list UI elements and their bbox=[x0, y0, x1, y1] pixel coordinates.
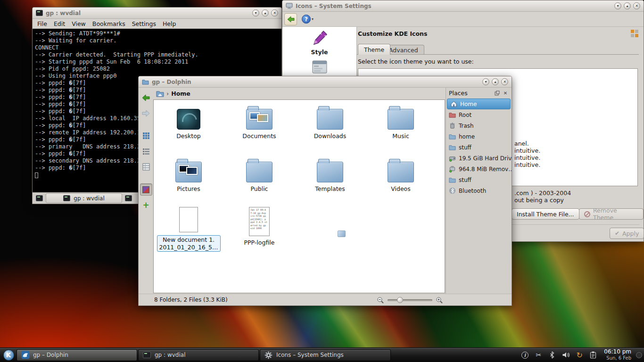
folder-item-public[interactable]: Public bbox=[233, 157, 286, 192]
zoom-in-button[interactable] bbox=[436, 294, 443, 306]
theme-description-fragment: .com ) - 2003-2004 bbox=[514, 189, 571, 197]
back-button[interactable] bbox=[140, 91, 152, 104]
dolphin-titlebar[interactable]: gp – Dolphin ▾ ▴ ✕ bbox=[139, 76, 512, 88]
menu-bookmarks[interactable]: Bookmarks bbox=[92, 20, 125, 27]
terminal-line: --> Waiting for carrier. bbox=[35, 37, 279, 44]
list-text-fragment: anel. bbox=[514, 140, 529, 147]
place-item-stuff-2[interactable]: stuff bbox=[446, 174, 512, 185]
photo-thumbnail bbox=[257, 114, 268, 122]
home-icon bbox=[450, 100, 457, 107]
folder-item-documents[interactable]: Documents bbox=[233, 104, 286, 140]
info-glyph: i bbox=[521, 352, 528, 359]
place-item-home-folder[interactable]: home bbox=[446, 131, 512, 142]
file-label-line: 2011_01_20_16_5… bbox=[159, 244, 218, 251]
minimize-button[interactable]: ▾ bbox=[252, 9, 259, 16]
folder-item-music[interactable]: Music bbox=[374, 104, 427, 140]
task-label: gp – Dolphin bbox=[33, 352, 68, 358]
info-icon[interactable]: i bbox=[520, 351, 529, 359]
menu-help[interactable]: Help bbox=[163, 20, 176, 27]
maximize-button[interactable]: ▴ bbox=[492, 78, 499, 85]
page-title: Customize KDE Icons bbox=[358, 30, 427, 37]
folder-item-downloads[interactable]: Downloads bbox=[304, 104, 356, 140]
sidebar-item-label: Style bbox=[311, 49, 328, 56]
panel-toolbox-icon[interactable] bbox=[636, 352, 642, 358]
clock[interactable]: 06:10 pm Sun, 6 Feb bbox=[602, 349, 633, 361]
place-item-removable[interactable]: 964.8 MiB Remov… bbox=[446, 164, 512, 174]
add-button[interactable]: + bbox=[140, 199, 152, 211]
folder-item-pictures[interactable]: Pictures bbox=[162, 157, 215, 192]
file-icon-view[interactable]: Desktop Documents Downloads bbox=[153, 99, 445, 293]
close-panel-icon[interactable]: ✕ bbox=[502, 90, 509, 97]
zoom-out-button[interactable] bbox=[377, 294, 384, 306]
place-item-bluetooth[interactable]: Bluetooth bbox=[446, 185, 512, 196]
places-panel-header[interactable]: Places ✕ bbox=[446, 88, 512, 99]
places-folder-icon[interactable] bbox=[156, 90, 164, 97]
folder-icon bbox=[388, 109, 414, 130]
place-item-trash[interactable]: Trash bbox=[446, 120, 512, 131]
settings-titlebar[interactable]: Icons – System Settings ▾ ▴ ✕ bbox=[282, 0, 644, 12]
details-view-button[interactable] bbox=[140, 161, 152, 173]
klipper-scissors-icon[interactable]: ✂ bbox=[534, 351, 543, 359]
close-button[interactable]: ✕ bbox=[271, 9, 278, 16]
icons-view-button[interactable] bbox=[140, 130, 152, 142]
bluetooth-icon[interactable] bbox=[548, 351, 556, 359]
apply-button[interactable]: ✔ Apply bbox=[610, 228, 644, 239]
folder-item-videos[interactable]: Videos bbox=[374, 157, 427, 192]
menu-file[interactable]: File bbox=[37, 20, 47, 27]
app-launcher-button[interactable]: K bbox=[1, 349, 16, 362]
list-text-fragment: intuitive. bbox=[514, 154, 540, 161]
maximize-button[interactable]: ▴ bbox=[624, 2, 631, 9]
folder-item-desktop[interactable]: Desktop bbox=[162, 104, 215, 140]
place-item-hard-drive[interactable]: 19.5 GiB Hard Drive bbox=[446, 153, 512, 164]
zoom-slider-handle[interactable] bbox=[397, 297, 403, 303]
place-item-stuff[interactable]: stuff bbox=[446, 142, 512, 153]
file-item-ppp-logfile[interactable]: Jan 17 09:4 7:18 gp-Asp ire-5738 pp pd[1… bbox=[233, 207, 286, 246]
install-theme-button[interactable]: Install Theme File... bbox=[512, 208, 579, 220]
tab-list-button[interactable] bbox=[124, 194, 133, 203]
dolphin-statusbar: 8 Folders, 2 Files (3.3 KiB) bbox=[139, 294, 512, 305]
close-button[interactable]: ✕ bbox=[633, 2, 640, 9]
sidebar-item-style[interactable]: Style bbox=[282, 30, 356, 56]
place-item-root[interactable]: Root bbox=[446, 109, 512, 120]
taskbar-task-settings[interactable]: Icons – System Settings bbox=[260, 349, 391, 361]
place-item-home[interactable]: Home bbox=[447, 99, 511, 109]
theme-description-fragment: out being a copy bbox=[514, 197, 564, 204]
tab-theme[interactable]: Theme bbox=[358, 44, 390, 55]
folder-label: Music bbox=[392, 132, 409, 140]
file-item-new-document[interactable]: New document 1. 2011_01_20_16_5… bbox=[162, 207, 215, 252]
minimize-button[interactable]: ▾ bbox=[482, 78, 489, 85]
folder-item-templates[interactable]: Templates bbox=[304, 157, 356, 192]
remove-theme-button[interactable]: Remove Theme bbox=[579, 208, 644, 220]
terminal-titlebar[interactable]: gp : wvdial ▾ ▴ ✕ bbox=[33, 8, 281, 19]
taskbar-task-dolphin[interactable]: gp – Dolphin bbox=[17, 349, 137, 361]
breadcrumb-home[interactable]: Home bbox=[171, 90, 190, 97]
float-panel-icon[interactable] bbox=[494, 90, 500, 97]
terminal-icon bbox=[125, 195, 132, 201]
back-button[interactable] bbox=[284, 13, 297, 25]
forward-button[interactable] bbox=[140, 107, 152, 119]
menu-edit[interactable]: Edit bbox=[54, 20, 65, 27]
preview-toggle-button[interactable] bbox=[140, 183, 152, 196]
device-notifier-icon[interactable]: ↻ bbox=[575, 351, 584, 359]
new-tab-button[interactable] bbox=[34, 194, 44, 203]
minimize-button[interactable]: ▾ bbox=[614, 2, 621, 9]
zoom-slider[interactable] bbox=[388, 299, 432, 301]
compact-view-button[interactable] bbox=[140, 145, 152, 157]
clipboard-icon[interactable] bbox=[589, 351, 597, 359]
menu-settings[interactable]: Settings bbox=[132, 20, 156, 27]
taskbar-task-terminal[interactable]: gp : wvdial bbox=[138, 349, 259, 361]
terminal-tab-label: gp : wvdial bbox=[74, 195, 104, 202]
gear-icon bbox=[264, 351, 273, 360]
volume-icon[interactable] bbox=[561, 351, 570, 359]
sidebar-item-partial[interactable] bbox=[282, 59, 356, 74]
place-label: stuff bbox=[459, 144, 471, 151]
terminal-tab[interactable]: gp : wvdial bbox=[46, 193, 122, 203]
icons-view-icon bbox=[142, 132, 150, 140]
plus-icon: + bbox=[142, 201, 149, 209]
menu-view[interactable]: View bbox=[72, 20, 86, 27]
view-options-icon[interactable] bbox=[630, 29, 639, 38]
close-button[interactable]: ✕ bbox=[501, 78, 508, 85]
help-button[interactable]: ? ▾ bbox=[302, 15, 314, 24]
maximize-button[interactable]: ▴ bbox=[262, 9, 269, 16]
folder-icon bbox=[449, 176, 456, 183]
